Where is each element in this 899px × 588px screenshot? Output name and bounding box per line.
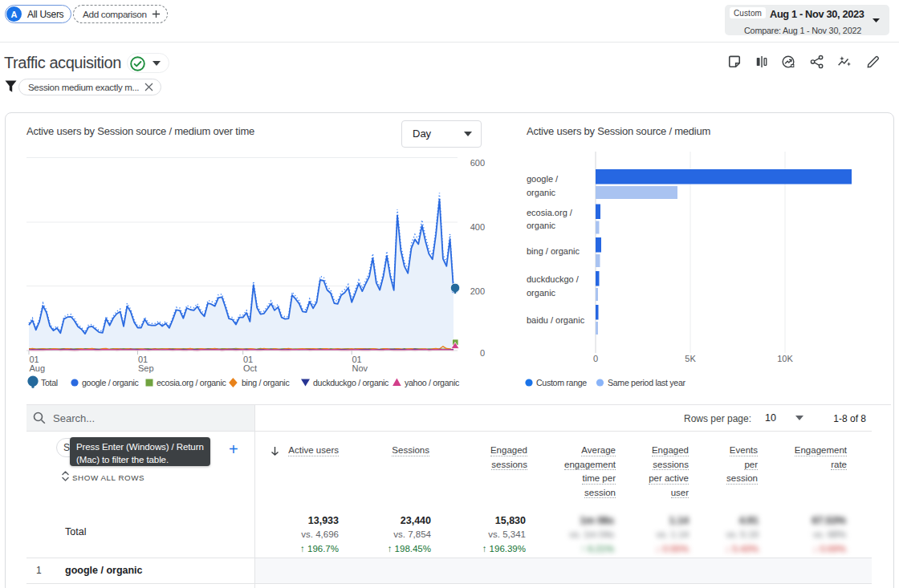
svg-text:Nov: Nov: [352, 363, 368, 373]
svg-text:400: 400: [470, 222, 485, 232]
svg-text:10K: 10K: [777, 354, 793, 363]
svg-text:google /: google /: [527, 174, 559, 184]
svg-text:ecosia.org / organic: ecosia.org / organic: [157, 378, 226, 387]
svg-text:200: 200: [470, 286, 485, 296]
svg-text:Custom range: Custom range: [536, 378, 587, 387]
svg-text:organic: organic: [527, 288, 556, 298]
svg-text:duckduckgo / organic: duckduckgo / organic: [313, 378, 389, 387]
svg-text:Aug: Aug: [30, 363, 46, 373]
svg-text:0: 0: [593, 354, 598, 363]
svg-text:google / organic: google / organic: [82, 378, 140, 387]
svg-text:0: 0: [480, 348, 485, 358]
svg-text:bing / organic: bing / organic: [242, 378, 290, 387]
svg-text:baidu / organic: baidu / organic: [527, 315, 585, 325]
svg-text:Total: Total: [41, 378, 58, 387]
svg-text:organic: organic: [527, 188, 556, 197]
svg-text:Oct: Oct: [243, 363, 257, 373]
svg-text:Sep: Sep: [138, 363, 154, 373]
svg-text:ecosia.org /: ecosia.org /: [527, 208, 573, 217]
svg-text:bing / organic: bing / organic: [527, 246, 580, 256]
svg-text:duckduckgo /: duckduckgo /: [527, 274, 580, 284]
svg-text:yahoo / organic: yahoo / organic: [405, 378, 460, 387]
svg-text:organic: organic: [527, 221, 556, 230]
svg-text:Same period last year: Same period last year: [608, 378, 686, 387]
svg-text:600: 600: [470, 158, 485, 168]
svg-text:5K: 5K: [685, 354, 696, 363]
